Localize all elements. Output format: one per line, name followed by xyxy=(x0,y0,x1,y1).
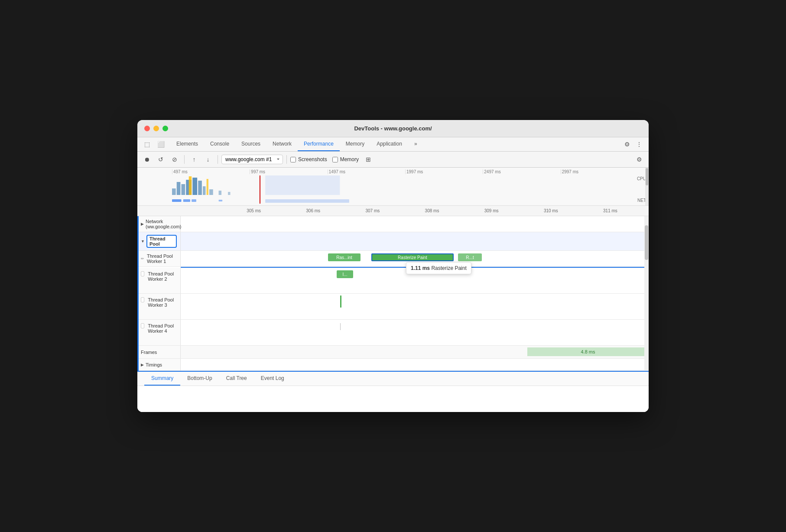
tab-event-log[interactable]: Event Log xyxy=(254,372,291,386)
thread-pool-expand-arrow[interactable]: ▼ xyxy=(141,239,145,243)
worker-1-edit-icon[interactable]: ✏ xyxy=(141,256,144,261)
download-profile-button[interactable]: ↓ xyxy=(202,153,214,165)
maximize-button[interactable] xyxy=(162,126,168,131)
tick-311: 311 ms xyxy=(581,208,640,213)
minimize-button[interactable] xyxy=(153,126,159,131)
separator-3 xyxy=(286,155,287,164)
svg-rect-4 xyxy=(192,178,197,195)
detail-ruler: 305 ms 306 ms 307 ms 308 ms 309 ms 310 m… xyxy=(137,206,649,216)
worker-3-bar xyxy=(340,295,341,308)
tab-bottom-up[interactable]: Bottom-Up xyxy=(180,372,219,386)
worker-1-content: Ras...int Rasterize Paint R...t 1.11 ms … xyxy=(181,251,649,266)
worker-4-label: Thread Pool Worker 4 xyxy=(137,320,181,345)
svg-rect-15 xyxy=(192,199,196,202)
record-button[interactable]: ⏺ xyxy=(141,153,153,165)
bottom-panel: Summary Bottom-Up Call Tree Event Log xyxy=(137,371,649,412)
thread-pool-label: ▼ Thread Pool xyxy=(137,232,181,250)
overview-tick-5: 2497 ms xyxy=(483,169,560,174)
svg-rect-6 xyxy=(203,186,205,195)
tab-more[interactable]: » xyxy=(408,137,423,151)
net-label: NET xyxy=(637,198,646,203)
overview-tick-2: 997 ms xyxy=(250,169,327,174)
window-title: DevTools - www.google.com/ xyxy=(354,125,432,132)
tracks-scrollbar-thumb[interactable] xyxy=(645,225,648,260)
worker-3-icon xyxy=(141,297,144,302)
tab-call-tree[interactable]: Call Tree xyxy=(219,372,254,386)
tab-sources[interactable]: Sources xyxy=(235,137,266,151)
tab-icons: ⬚ ⬜ xyxy=(141,138,167,150)
tab-application[interactable]: Application xyxy=(370,137,408,151)
memory-checkbox-label[interactable]: Memory xyxy=(332,156,359,162)
tick-306: 306 ms xyxy=(283,208,343,213)
screenshots-checkbox-label[interactable]: Screenshots xyxy=(290,156,327,162)
clear-button[interactable]: ⊘ xyxy=(169,153,181,165)
tab-console[interactable]: Console xyxy=(204,137,235,151)
overview-tick-6: 2997 ms xyxy=(561,169,638,174)
bottom-tabs-bar: Summary Bottom-Up Call Tree Event Log xyxy=(137,372,649,386)
worker-1-row: ✏ Thread Pool Worker 1 Ras...int Rasteri… xyxy=(137,251,649,267)
frame-bar[interactable]: 4.8 ms xyxy=(527,347,649,356)
frames-content: 4.8 ms xyxy=(181,346,649,358)
worker-3-content xyxy=(181,294,649,319)
memory-checkbox[interactable] xyxy=(332,157,338,162)
svg-rect-14 xyxy=(183,199,190,202)
timings-expand-arrow[interactable]: ▶ xyxy=(141,363,144,367)
profile-select[interactable]: www.google.com #1 xyxy=(221,155,283,164)
svg-rect-12 xyxy=(265,175,340,195)
tab-summary[interactable]: Summary xyxy=(144,372,180,386)
svg-rect-9 xyxy=(228,192,230,195)
tab-memory[interactable]: Memory xyxy=(340,137,370,151)
svg-rect-8 xyxy=(219,191,221,195)
svg-rect-17 xyxy=(265,199,349,203)
overview-tick-1: 497 ms xyxy=(172,169,250,174)
worker-4-line xyxy=(340,323,341,330)
tracks-scrollbar[interactable] xyxy=(644,216,649,371)
overview-tick-4: 1997 ms xyxy=(405,169,483,174)
overview-tick-3: 1497 ms xyxy=(328,169,405,174)
bottom-content xyxy=(137,386,649,412)
titlebar: DevTools - www.google.com/ xyxy=(137,120,649,137)
inspect-element-icon[interactable]: ⬚ xyxy=(141,138,153,150)
tick-305: 305 ms xyxy=(224,208,283,213)
traffic-lights xyxy=(144,126,168,131)
ruler-ticks: 305 ms 306 ms 307 ms 308 ms 309 ms 310 m… xyxy=(224,208,649,213)
overview-scrollbar-thumb[interactable] xyxy=(646,168,648,185)
svg-rect-1 xyxy=(177,182,181,195)
screenshots-checkbox[interactable] xyxy=(290,157,296,162)
timings-content xyxy=(181,359,649,370)
rasterize-small-item[interactable]: R...t xyxy=(458,253,482,261)
worker-4-row: Thread Pool Worker 4 xyxy=(137,320,649,346)
tab-elements[interactable]: Elements xyxy=(170,137,204,151)
cpu-chart xyxy=(172,175,638,195)
rasterize-paint-item[interactable]: Rasterize Paint xyxy=(371,253,454,261)
settings-gear-icon[interactable]: ⚙ xyxy=(633,153,645,165)
devtools-window: DevTools - www.google.com/ ⬚ ⬜ Elements … xyxy=(137,120,649,412)
svg-rect-10 xyxy=(189,176,192,195)
upload-profile-button[interactable]: ↑ xyxy=(188,153,200,165)
more-menu-icon[interactable]: ⋮ xyxy=(633,138,645,150)
rasterize-int-item[interactable]: Ras...int xyxy=(328,253,361,261)
worker-1-label: ✏ Thread Pool Worker 1 xyxy=(137,251,181,266)
worker-2-icon xyxy=(141,271,144,276)
overview-scrollbar[interactable] xyxy=(645,168,649,205)
network-track-content xyxy=(181,216,649,232)
cpu-label: CPU xyxy=(637,176,646,181)
tick-309: 309 ms xyxy=(462,208,521,213)
capture-settings-icon[interactable]: ⊞ xyxy=(362,153,374,165)
separator-2 xyxy=(218,155,218,164)
reload-record-button[interactable]: ↺ xyxy=(155,153,167,165)
cursor-line xyxy=(260,175,260,204)
tab-network[interactable]: Network xyxy=(266,137,298,151)
tab-performance[interactable]: Performance xyxy=(298,137,340,151)
tick-308: 308 ms xyxy=(402,208,461,213)
worker-2-item[interactable]: I... xyxy=(337,270,353,278)
worker-4-icon xyxy=(141,323,144,328)
settings-icon[interactable]: ⚙ xyxy=(621,138,633,150)
svg-rect-2 xyxy=(182,184,185,195)
network-expand-arrow[interactable]: ▶ xyxy=(141,222,144,226)
worker-2-label: Thread Pool Worker 2 xyxy=(137,268,181,293)
worker-3-label: Thread Pool Worker 3 xyxy=(137,294,181,319)
timings-row: ▶ Timings xyxy=(137,359,649,371)
device-toolbar-icon[interactable]: ⬜ xyxy=(155,138,167,150)
close-button[interactable] xyxy=(144,126,150,131)
